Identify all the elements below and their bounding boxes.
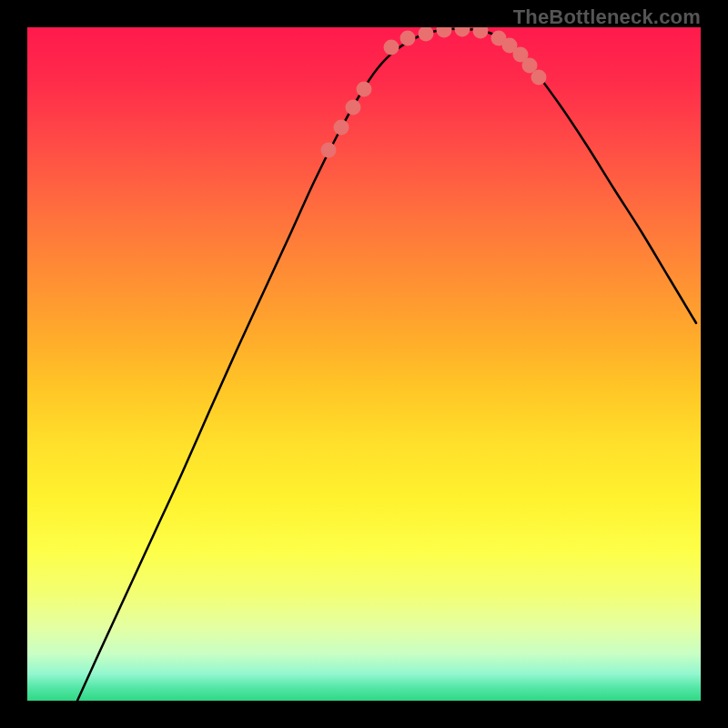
- plot-area: [27, 27, 701, 701]
- attribution-text: TheBottleneck.com: [513, 5, 701, 29]
- marker-point: [334, 120, 349, 136]
- marker-point: [357, 82, 372, 97]
- marker-point: [419, 27, 434, 42]
- marker-point: [400, 31, 416, 46]
- marker-point: [321, 143, 337, 158]
- highlighted-points: [321, 27, 547, 158]
- marker-point: [346, 100, 361, 116]
- marker-point: [384, 40, 399, 56]
- marker-point: [437, 27, 452, 38]
- marker-point: [473, 27, 489, 39]
- chart-frame: TheBottleneck.com: [0, 0, 728, 728]
- chart-svg: [27, 27, 701, 701]
- marker-point: [455, 27, 470, 37]
- bottleneck-curve: [77, 29, 696, 701]
- marker-point: [531, 70, 547, 86]
